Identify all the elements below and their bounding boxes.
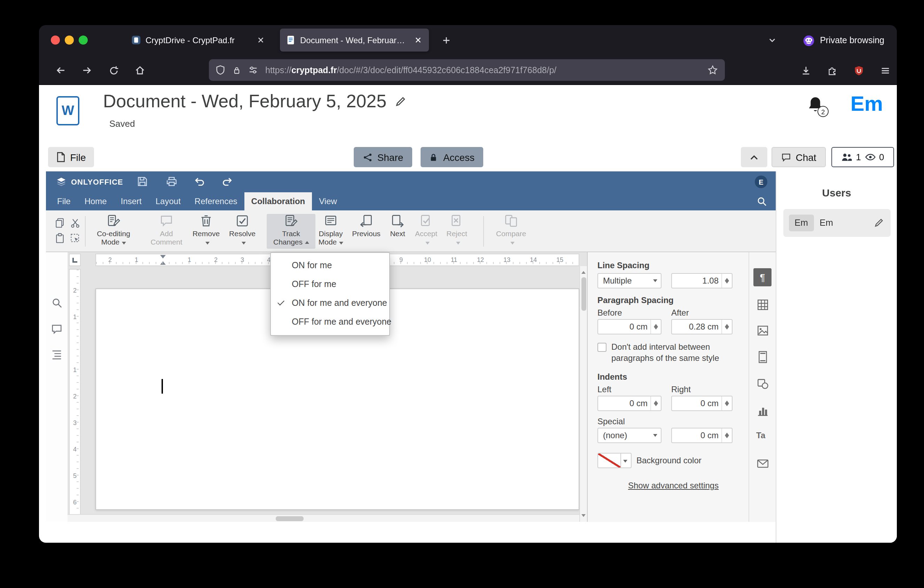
back-button[interactable] [51, 61, 69, 79]
menu-item-on-for-me[interactable]: ON for me [271, 256, 389, 275]
vertical-scrollbar[interactable] [579, 266, 587, 522]
access-button[interactable]: Access [421, 147, 483, 167]
tab-document-active[interactable]: Document - Wed, February 5, 2 [280, 28, 429, 51]
user-avatar[interactable]: Em [851, 92, 883, 116]
line-spacing-select[interactable]: Multiple [597, 273, 662, 288]
copy-button[interactable] [54, 217, 66, 229]
spacing-before-spinner[interactable]: 0 cm [597, 319, 662, 334]
document-title[interactable]: Document - Wed, February 5, 2025 [103, 91, 386, 112]
editor-user-avatar[interactable]: E [755, 175, 767, 188]
print-button[interactable] [166, 175, 178, 188]
new-tab-button[interactable] [437, 31, 455, 50]
spinner-arrows[interactable] [721, 320, 732, 334]
menu-item-off-for-everyone[interactable]: OFF for me and everyone [271, 313, 389, 332]
background-color-dropdown[interactable] [621, 453, 632, 468]
macos-minimize-button[interactable] [65, 36, 74, 45]
paragraph-settings-tab[interactable]: ¶ [753, 268, 772, 286]
scrollbar-thumb[interactable] [276, 516, 304, 521]
scroll-up-icon[interactable] [581, 269, 586, 274]
background-color-swatch[interactable] [597, 453, 621, 468]
menu-tab-layout[interactable]: Layout [148, 192, 188, 210]
advanced-settings-link[interactable]: Show advanced settings [628, 481, 719, 491]
cut-button[interactable] [69, 217, 81, 229]
save-button[interactable] [137, 175, 149, 188]
text-art-settings-tab[interactable]: Ta [756, 431, 765, 440]
bookmark-star-icon[interactable] [708, 65, 718, 75]
spinner-arrows[interactable] [650, 320, 661, 334]
reload-button[interactable] [104, 61, 122, 79]
user-list-item[interactable]: Em Em [783, 209, 891, 237]
indent-left-spinner[interactable]: 0 cm [597, 396, 662, 411]
header-footer-settings-tab[interactable] [756, 350, 769, 364]
downloads-button[interactable] [797, 61, 815, 79]
find-button[interactable] [51, 297, 63, 309]
chat-button[interactable]: Chat [772, 147, 826, 167]
collapse-toolbar-button[interactable] [741, 147, 767, 167]
tab-close-icon[interactable] [412, 35, 423, 46]
resolve-button[interactable]: Resolve [221, 214, 263, 246]
home-button[interactable] [131, 61, 149, 79]
scrollbar-thumb[interactable] [581, 277, 586, 311]
indent-right-spinner[interactable]: 0 cm [671, 396, 733, 411]
permissions-icon[interactable] [248, 65, 258, 75]
left-indent-marker[interactable] [160, 258, 166, 265]
paste-button[interactable] [54, 233, 66, 244]
table-settings-tab[interactable] [756, 298, 769, 311]
tab-close-icon[interactable] [255, 35, 266, 46]
coediting-mode-button[interactable]: Co-editing Mode [89, 214, 138, 246]
tab-stop-selector[interactable] [69, 254, 81, 266]
menu-tab-references[interactable]: References [188, 192, 244, 210]
spacing-after-spinner[interactable]: 0.28 cm [671, 319, 733, 334]
image-settings-tab[interactable] [756, 324, 769, 337]
mail-merge-settings-tab[interactable] [756, 457, 769, 470]
forward-button[interactable] [78, 61, 96, 79]
redo-button[interactable] [221, 175, 234, 188]
menu-tab-collaboration[interactable]: Collaboration [244, 192, 312, 210]
menu-tab-view[interactable]: View [312, 192, 344, 210]
shape-settings-tab[interactable] [756, 377, 769, 390]
reject-change-button[interactable]: Reject [437, 214, 476, 246]
compare-button[interactable]: Compare [490, 214, 532, 246]
menu-tab-file[interactable]: File [50, 192, 78, 210]
line-spacing-amount-spinner[interactable]: 1.08 [671, 273, 733, 288]
select-all-button[interactable] [69, 233, 81, 244]
spinner-arrows[interactable] [650, 396, 661, 410]
no-interval-checkbox[interactable] [597, 343, 607, 352]
navigation-panel-button[interactable] [51, 349, 63, 360]
list-all-tabs-button[interactable] [763, 31, 781, 50]
special-amount-spinner[interactable]: 0 cm [671, 428, 733, 443]
special-select[interactable]: (none) [597, 428, 662, 443]
tracking-shield-icon[interactable] [215, 65, 226, 75]
menu-item-on-for-everyone[interactable]: ON for me and everyone [271, 294, 389, 313]
horizontal-scrollbar[interactable] [68, 514, 579, 522]
macos-zoom-button[interactable] [79, 36, 88, 45]
spinner-arrows[interactable] [721, 274, 732, 288]
lock-icon[interactable] [232, 65, 242, 75]
url-bar[interactable]: https://cryptpad.fr/doc/#/3/doc/edit/ff0… [209, 59, 725, 81]
spinner-arrows[interactable] [721, 428, 732, 443]
rename-pencil-icon[interactable] [395, 96, 407, 107]
menu-tab-insert[interactable]: Insert [114, 192, 148, 210]
menu-button[interactable] [876, 61, 894, 79]
remove-comment-button[interactable]: Remove [185, 214, 227, 246]
menu-item-off-for-me[interactable]: OFF for me [271, 275, 389, 294]
notifications-button[interactable]: 2 [806, 96, 827, 118]
previous-change-button[interactable]: Previous [345, 214, 387, 238]
spinner-arrows[interactable] [721, 396, 732, 410]
macos-close-button[interactable] [51, 36, 60, 45]
add-comment-button[interactable]: Add Comment [144, 214, 190, 246]
editor-search-button[interactable] [756, 196, 767, 207]
share-button[interactable]: Share [354, 147, 412, 167]
scroll-down-icon[interactable] [581, 514, 586, 519]
chart-settings-tab[interactable] [756, 404, 769, 417]
tab-cryptdrive[interactable]: CryptDrive - CryptPad.fr [125, 28, 272, 51]
extensions-button[interactable] [823, 61, 841, 79]
undo-button[interactable] [193, 175, 206, 188]
comments-panel-button[interactable] [51, 323, 63, 335]
file-button[interactable]: File [48, 147, 94, 167]
menu-tab-home[interactable]: Home [78, 192, 114, 210]
ublock-origin-button[interactable] [850, 61, 868, 79]
users-button[interactable]: 1 0 [832, 147, 894, 167]
edit-name-pencil-icon[interactable] [874, 217, 884, 228]
vertical-ruler[interactable]: 21123456 [69, 269, 81, 520]
